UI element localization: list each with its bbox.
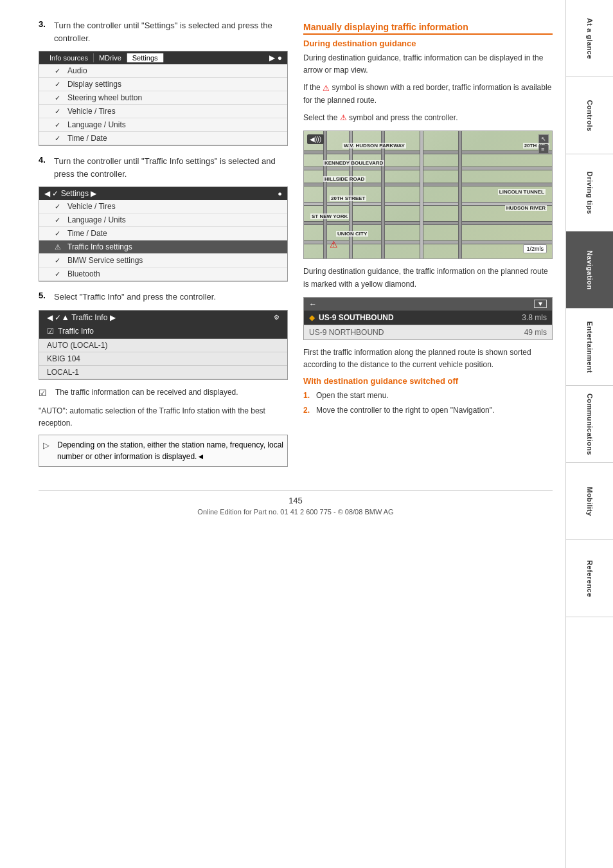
section-heading-manual-traffic: Manually displaying traffic information <box>303 22 553 35</box>
step-3: 3. Turn the controller until "Settings" … <box>39 19 288 44</box>
distance-1: 3.8 mls <box>522 313 547 322</box>
map-label-20thst: 20TH STREET <box>330 195 366 201</box>
para2: If the ⚠ symbol is shown with a red bord… <box>303 82 553 107</box>
para2-suffix: symbol is shown with a red border, traff… <box>303 83 551 104</box>
guidance-step-2-num: 2. <box>303 404 312 417</box>
menu1-item-language[interactable]: ✓ Language / Units <box>39 118 287 132</box>
tab-mdrive[interactable]: MDrive <box>94 53 127 62</box>
road-h2 <box>304 167 552 170</box>
sidebar-label-navigation: Navigation <box>586 250 594 289</box>
menu1-arrow-btn[interactable]: ▶ ● <box>269 53 282 62</box>
menu2-item-vehicle[interactable]: ✓ Vehicle / Tires <box>39 200 287 213</box>
menu2-traffic-label: Traffic Info settings <box>67 242 132 251</box>
sidebar-item-controls[interactable]: Controls <box>566 77 613 154</box>
map-label-hudson: HUDSON RIVER <box>505 205 547 211</box>
menu2-item-bluetooth[interactable]: ✓ Bluetooth <box>39 267 287 281</box>
page-footer: 145 Online Edition for Part no. 01 41 2 … <box>39 490 553 516</box>
sidebar-label-communications: Communications <box>586 393 594 455</box>
para3-suffix: symbol and press the controller. <box>349 113 458 122</box>
sidebar-item-navigation[interactable]: Navigation <box>566 231 613 309</box>
diamond-icon-1: ◆ <box>309 313 315 322</box>
note-1: ☑ The traffic information can be receive… <box>39 386 288 400</box>
traffic-list-local1[interactable]: LOCAL-1 <box>39 366 287 379</box>
right-column: Manually displaying traffic information … <box>303 19 553 471</box>
para5: First the traffic information along the … <box>303 347 553 371</box>
sidebar-label-reference: Reference <box>586 560 594 597</box>
map-label-tunnel: LINCOLN TUNNEL <box>498 189 546 195</box>
road-v5 <box>458 131 462 258</box>
sidebar-item-driving-tips[interactable]: Driving tips <box>566 154 613 231</box>
road-v2 <box>349 131 353 258</box>
map-label-parkway: W.V. HUDSON PARKWAY <box>342 143 406 149</box>
menu2-item-traffic[interactable]: ⚠ Traffic Info settings <box>39 240 287 254</box>
settings-menu-1: Info sources MDrive Settings ▶ ● ✓ Audio… <box>39 51 288 146</box>
map-ctrl-2[interactable]: ≡ <box>538 145 549 154</box>
traffic-menu-item-checked[interactable]: ☑ Traffic Info <box>39 324 287 339</box>
menu2-header: ◀ ✓ Settings ▶ ● <box>39 187 287 200</box>
sidebar-item-mobility[interactable]: Mobility <box>566 463 613 540</box>
road-h5 <box>304 221 552 225</box>
arrow-note: ▷ Depending on the station, either the s… <box>39 435 288 467</box>
sidebar-label-driving-tips: Driving tips <box>586 171 594 214</box>
menu1-item-steering[interactable]: ✓ Steering wheel button <box>39 91 287 105</box>
warning-symbol-1: ⚠ <box>323 82 330 95</box>
sidebar-item-communications[interactable]: Communications <box>566 386 613 463</box>
menu2-item-bmw[interactable]: ✓ BMW Service settings <box>39 254 287 267</box>
road-name-1: US-9 SOUTHBOUND <box>319 313 522 322</box>
map-scale-btn[interactable]: 1/2mls <box>523 244 547 253</box>
sidebar-item-reference[interactable]: Reference <box>566 540 613 617</box>
map-label-unioncity: UNION CITY <box>336 231 368 237</box>
traffic-result-row-2[interactable]: US-9 NORTHBOUND 49 mls <box>304 325 552 339</box>
menu2-item-language[interactable]: ✓ Language / Units <box>39 213 287 227</box>
tab-info-sources[interactable]: Info sources <box>44 53 94 62</box>
traffic-result-row-1[interactable]: ◆ US-9 SOUTHBOUND 3.8 mls <box>304 311 552 325</box>
footer-text: Online Edition for Part no. 01 41 2 600 … <box>39 508 553 516</box>
menu1-item-vehicle[interactable]: ✓ Vehicle / Tires <box>39 105 287 118</box>
navigation-map: W.V. HUDSON PARKWAY 20TH AVE KENNEDY BOU… <box>303 131 553 259</box>
map-controls: ↖ ≡ <box>538 134 549 154</box>
sub-heading-guidance-off: With destination guidance switched off <box>303 376 553 386</box>
note-1-text: The traffic information can be received … <box>55 386 238 398</box>
settings-menu-2: ◀ ✓ Settings ▶ ● ✓ Vehicle / Tires ✓ Lan… <box>39 186 288 282</box>
road-h1 <box>304 150 552 154</box>
traffic-list-kbig[interactable]: KBIG 104 <box>39 352 287 366</box>
map-label-stnewyork: ST NEW YORK <box>310 213 349 219</box>
traffic-result-header: ← ▼ <box>304 298 552 311</box>
sidebar-label-mobility: Mobility <box>586 487 594 516</box>
step-5: 5. Select "Traffic Info" and press the c… <box>39 291 288 303</box>
tab-settings[interactable]: Settings <box>127 53 164 62</box>
guidance-step-1-text: Open the start menu. <box>316 390 389 402</box>
menu2-item-time[interactable]: ✓ Time / Date <box>39 227 287 240</box>
triangle-icon: ▷ <box>43 439 53 452</box>
sidebar-label-at-a-glance: At a glance <box>586 17 594 59</box>
para1: During destination guidance, traffic inf… <box>303 52 553 77</box>
guidance-step-2-text: Move the controller to the right to open… <box>316 404 494 417</box>
para3: Select the ⚠ symbol and press the contro… <box>303 112 553 124</box>
traffic-list-auto[interactable]: AUTO (LOCAL-1) <box>39 339 287 352</box>
guidance-step-1-num: 1. <box>303 390 312 402</box>
note-2-text: "AUTO": automatic selection of the Traff… <box>39 405 288 429</box>
sidebar-item-entertainment[interactable]: Entertainment <box>566 309 613 386</box>
traffic-result-dropdown[interactable]: ▼ <box>534 300 547 308</box>
sidebar-item-at-a-glance[interactable]: At a glance <box>566 0 613 77</box>
distance-2: 49 mls <box>524 328 547 337</box>
left-column: 3. Turn the controller until "Settings" … <box>39 19 288 471</box>
road-v3 <box>381 131 385 258</box>
menu1-header: Info sources MDrive Settings ▶ ● <box>39 51 287 64</box>
road-h6 <box>304 240 552 244</box>
sub-heading-during-guidance: During destination guidance <box>303 39 553 48</box>
map-label-kennedy: KENNEDY BOULEVARD <box>323 160 384 166</box>
sidebar-label-controls: Controls <box>586 100 594 131</box>
menu1-item-audio[interactable]: ✓ Audio <box>39 64 287 78</box>
traffic-info-menu: ◀ ✓▲ Traffic Info ▶ ⚙ ☑ Traffic Info AUT… <box>39 310 288 380</box>
guidance-step-1: 1. Open the start menu. <box>303 390 553 402</box>
menu1-item-time[interactable]: ✓ Time / Date <box>39 132 287 145</box>
traffic-list: AUTO (LOCAL-1) KBIG 104 LOCAL-1 <box>39 339 287 379</box>
sidebar-label-entertainment: Entertainment <box>586 321 594 372</box>
menu1-item-display[interactable]: ✓ Display settings <box>39 78 287 91</box>
map-ctrl-1[interactable]: ↖ <box>538 134 549 143</box>
guidance-step-2: 2. Move the controller to the right to o… <box>303 404 553 417</box>
traffic-result-box: ← ▼ ◆ US-9 SOUTHBOUND 3.8 mls US-9 NORTH… <box>303 297 553 340</box>
step-4: 4. Turn the controller until "Traffic In… <box>39 155 288 180</box>
map-audio-icon: ◀))) <box>307 134 324 144</box>
